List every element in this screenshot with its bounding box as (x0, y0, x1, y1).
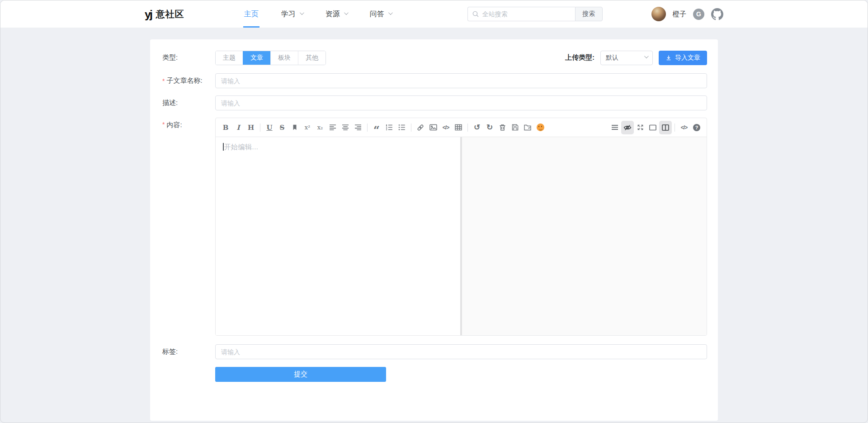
subarticle-row: *子文章名称: (162, 73, 707, 88)
delete-button[interactable] (496, 121, 509, 134)
superscript-button[interactable]: x² (301, 121, 314, 134)
nav-item-qa[interactable]: 问答 (370, 0, 392, 28)
chevron-down-icon (344, 10, 349, 15)
ordered-list-icon (386, 124, 393, 131)
nav-item-home[interactable]: 主页 (244, 0, 259, 28)
site-title: 意社区 (156, 8, 184, 20)
unordered-list-button[interactable] (396, 121, 408, 134)
nav-label: 学习 (281, 10, 296, 19)
type-option-article[interactable]: 文章 (243, 51, 270, 65)
nav-item-resources[interactable]: 资源 (326, 0, 347, 28)
toc-button[interactable] (609, 121, 621, 134)
underline-icon: U (266, 124, 272, 132)
code-button[interactable]: </> (439, 121, 452, 134)
avatar[interactable] (651, 7, 666, 21)
content-card: 类型: 主题 文章 板块 其他 上传类型: 默认 导入文章 (150, 39, 718, 421)
toolbar-divider (467, 124, 468, 132)
bold-icon: B (223, 124, 229, 132)
tags-input[interactable] (215, 344, 707, 359)
table-button[interactable] (452, 121, 465, 134)
search-button[interactable]: 搜索 (575, 7, 603, 21)
ordered-list-button[interactable] (383, 121, 396, 134)
align-left-icon (329, 124, 336, 131)
align-right-button[interactable] (352, 121, 364, 134)
github-icon[interactable] (711, 8, 723, 20)
nav-item-learn[interactable]: 学习 (281, 0, 303, 28)
g-logo-icon[interactable]: G (693, 9, 704, 20)
strikethrough-icon: S (280, 124, 285, 132)
image-button[interactable] (427, 121, 439, 134)
upload-type-label: 上传类型: (565, 53, 594, 62)
type-option-topic[interactable]: 主题 (216, 51, 243, 65)
draft-folder-button[interactable] (521, 121, 534, 134)
nav-label: 问答 (370, 10, 384, 19)
content-label: *内容: (162, 118, 215, 336)
eye-off-icon (623, 124, 632, 131)
trash-icon (499, 124, 506, 131)
submit-row: 提交 (215, 367, 707, 382)
preview-toggle-button[interactable] (621, 121, 634, 134)
tags-label: 标签: (162, 344, 215, 359)
source-code-button[interactable]: </> (678, 121, 690, 134)
chevron-down-icon (388, 10, 393, 15)
save-icon (512, 124, 519, 131)
type-label: 类型: (162, 50, 215, 65)
image-icon (429, 124, 437, 131)
preview-only-button[interactable] (646, 121, 659, 134)
search-input[interactable] (467, 7, 575, 21)
quote-button[interactable]: “ (370, 121, 383, 134)
bookmark-icon (292, 124, 298, 131)
align-center-button[interactable] (339, 121, 352, 134)
brand[interactable]: yj 意社区 (145, 8, 184, 21)
submit-button[interactable]: 提交 (215, 367, 386, 382)
italic-button[interactable]: I (232, 121, 245, 134)
editor-input-pane[interactable]: 开始编辑... (216, 137, 460, 335)
toolbar-divider (675, 124, 675, 132)
quote-icon: “ (373, 128, 380, 132)
editor-preview-pane (462, 137, 707, 335)
split-view-button[interactable] (659, 121, 672, 134)
help-button[interactable]: ? (690, 121, 703, 134)
source-code-icon: </> (681, 124, 687, 131)
description-label: 描述: (162, 95, 215, 110)
save-button[interactable] (509, 121, 521, 134)
type-option-other[interactable]: 其他 (298, 51, 326, 65)
text-caret (223, 143, 224, 151)
upload-group: 上传类型: 默认 导入文章 (565, 51, 707, 65)
align-left-button[interactable] (326, 121, 339, 134)
redo-button[interactable]: ↻ (483, 121, 496, 134)
fullscreen-icon (637, 124, 644, 131)
undo-button[interactable]: ↺ (471, 121, 483, 134)
bold-button[interactable]: B (219, 121, 232, 134)
subarticle-label: *子文章名称: (162, 73, 215, 88)
type-option-board[interactable]: 板块 (270, 51, 298, 65)
strikethrough-button[interactable]: S (276, 121, 288, 134)
align-center-icon (342, 124, 349, 131)
upload-type-select[interactable]: 默认 (600, 51, 653, 65)
site-logo-icon: yj (145, 8, 151, 20)
description-input[interactable] (215, 95, 707, 110)
code-icon: </> (443, 124, 449, 131)
table-icon (455, 124, 462, 131)
heading-icon: H (248, 124, 254, 132)
redo-icon: ↻ (486, 123, 493, 132)
main-nav: 主页 学习 资源 问答 (244, 0, 392, 28)
subscript-button[interactable]: x₂ (314, 121, 326, 134)
italic-icon: I (236, 124, 240, 132)
editor-view-controls: </> ? (609, 121, 703, 134)
editor-body: 开始编辑... (216, 137, 707, 335)
fullscreen-button[interactable] (634, 121, 646, 134)
folder-icon (524, 124, 531, 131)
underline-button[interactable]: U (263, 121, 276, 134)
editor-placeholder: 开始编辑... (224, 143, 259, 151)
markdown-editor: B I H U S x² x₂ “ (215, 118, 707, 336)
mark-button[interactable] (288, 121, 301, 134)
import-article-button[interactable]: 导入文章 (659, 51, 707, 65)
subscript-icon: x₂ (317, 124, 323, 131)
heading-button[interactable]: H (245, 121, 257, 134)
emoji-icon (537, 124, 544, 131)
link-button[interactable] (414, 121, 427, 134)
subarticle-name-input[interactable] (215, 73, 707, 88)
toc-icon (611, 124, 618, 131)
emoji-button[interactable] (534, 121, 547, 134)
